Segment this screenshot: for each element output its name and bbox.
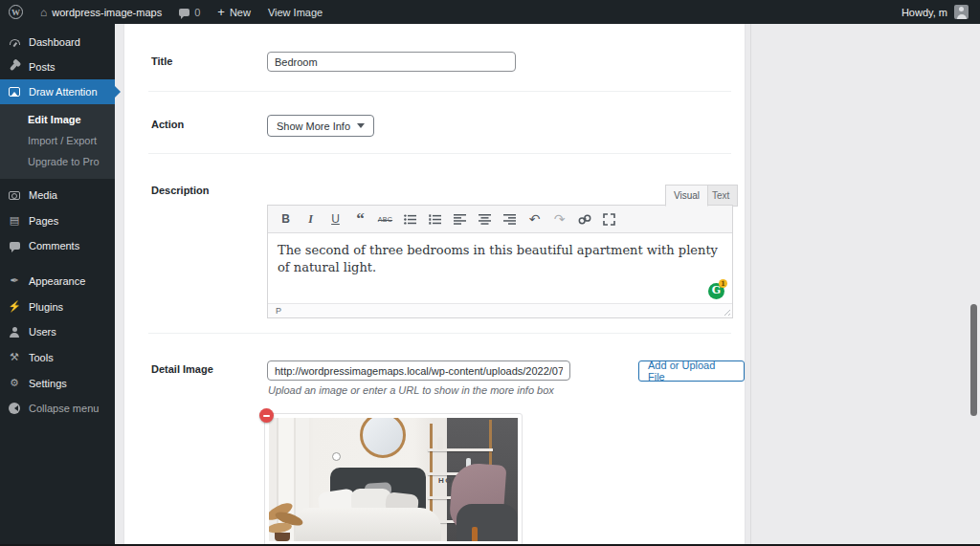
sidebar-item-comments[interactable]: Comments [0, 233, 115, 258]
submenu-item-edit-image[interactable]: Edit Image [0, 109, 115, 130]
photo-round-mirror [360, 418, 406, 458]
detail-image-helper-text: Upload an image or enter a URL to show i… [268, 384, 554, 396]
sidebar-item-label: Pages [29, 215, 58, 227]
tab-text[interactable]: Text [703, 185, 738, 207]
align-right-icon[interactable] [499, 209, 521, 229]
sidebar-item-label: Appearance [29, 275, 85, 287]
view-image-label: View Image [268, 7, 323, 18]
wordpress-logo-icon: W [9, 5, 23, 19]
sidebar-item-dashboard[interactable]: Dashboard [0, 30, 115, 55]
collapse-menu-button[interactable]: Collapse menu [0, 396, 115, 421]
comment-bubble-icon [179, 9, 189, 16]
action-field-label: Action [151, 119, 184, 130]
title-input[interactable] [267, 52, 516, 72]
account-menu[interactable]: Howdy, m [902, 5, 980, 19]
site-name-label: wordpress-image-maps [52, 7, 162, 18]
bedroom-photo-preview[interactable]: HOME [269, 418, 518, 541]
admin-sidebar: Dashboard Posts Draw Attention Edit Imag… [0, 24, 115, 546]
new-content-menu[interactable]: + New [209, 0, 259, 24]
align-center-icon[interactable] [474, 209, 496, 229]
user-avatar [954, 5, 969, 19]
grammarly-badge: 1 [719, 279, 727, 288]
description-text: The second of three bedrooms in this bea… [278, 243, 718, 274]
collapse-arrow-icon [8, 403, 21, 414]
underline-icon[interactable]: U [324, 209, 346, 229]
plug-icon: ⚡ [8, 300, 21, 313]
sidebar-item-tools[interactable]: ⚒ Tools [0, 344, 115, 370]
tools-icon: ⚒ [8, 351, 21, 363]
blockquote-icon[interactable]: “ [349, 209, 371, 229]
sidebar-item-draw-attention[interactable]: Draw Attention [0, 79, 115, 104]
sidebar-item-plugins[interactable]: ⚡ Plugins [0, 294, 115, 319]
howdy-label: Howdy, m [902, 7, 947, 18]
align-left-icon[interactable] [449, 209, 471, 229]
sidebar-item-label: Comments [29, 240, 79, 251]
view-image-link[interactable]: View Image [259, 0, 331, 24]
draw-attention-submenu: Edit Image Import / Export Upgrade to Pr… [0, 104, 115, 179]
sidebar-item-appearance[interactable]: ✒ Appearance [0, 268, 115, 294]
detail-image-url-input[interactable] [267, 360, 570, 381]
site-name-link[interactable]: ⌂ wordpress-image-maps [32, 0, 170, 24]
title-field-label: Title [151, 55, 172, 67]
photo-duvet [296, 508, 441, 541]
sidebar-item-label: Media [29, 189, 57, 201]
action-select[interactable]: Show More Info [267, 115, 374, 137]
comments-count: 0 [194, 7, 200, 18]
sidebar-item-label: Plugins [29, 301, 63, 313]
italic-icon[interactable]: I [300, 209, 322, 229]
description-field-label: Description [151, 185, 210, 196]
panel-edge-line [750, 24, 751, 546]
plus-icon: + [217, 6, 225, 18]
link-icon[interactable] [573, 209, 595, 229]
photo-plant-pot [275, 533, 290, 541]
sidebar-item-label: Dashboard [29, 36, 80, 48]
numbered-list-icon[interactable] [424, 209, 446, 229]
wordpress-logo-menu[interactable]: W [0, 0, 32, 24]
dashboard-gauge-icon [8, 39, 21, 46]
chevron-down-icon [357, 123, 365, 132]
sidebar-item-media[interactable]: Media [0, 183, 115, 207]
submenu-item-import-export[interactable]: Import / Export [0, 130, 115, 151]
sidebar-item-settings[interactable]: ⚙ Settings [0, 370, 115, 396]
photo-bottle [472, 527, 478, 541]
brush-icon: ✒ [8, 274, 21, 287]
editor-path-label: P [276, 306, 281, 316]
photo-vase [437, 437, 443, 449]
detail-image-preview-frame: HOME [264, 413, 523, 546]
sidebar-item-label: Settings [29, 378, 67, 389]
sidebar-item-users[interactable]: Users [0, 319, 115, 344]
grammarly-icon[interactable]: G 1 [708, 283, 724, 299]
comment-bubble-icon [8, 242, 21, 250]
remove-image-button[interactable] [259, 408, 274, 423]
description-editor: B I U “ ABC ↶ ↷ [267, 205, 733, 318]
vertical-scrollbar-thumb[interactable] [970, 304, 977, 416]
person-icon [8, 327, 21, 338]
editor-content-area[interactable]: The second of three bedrooms in this bea… [268, 233, 732, 303]
editor-resize-handle[interactable] [722, 307, 730, 316]
sidebar-item-label: Users [29, 326, 56, 338]
edit-image-form-panel: Title Action Show More Info Description … [123, 24, 746, 546]
bold-icon[interactable]: B [275, 209, 297, 229]
undo-icon[interactable]: ↶ [523, 209, 546, 229]
row-divider [148, 333, 731, 334]
admin-bar: W ⌂ wordpress-image-maps 0 + New View Im… [0, 0, 980, 24]
new-label: New [230, 7, 251, 18]
add-or-upload-file-button[interactable]: Add or Upload File [638, 360, 745, 382]
sidebar-item-label: Tools [29, 352, 54, 363]
image-icon [8, 87, 21, 97]
sidebar-item-label: Draw Attention [29, 86, 98, 98]
sidebar-item-posts[interactable]: Posts [0, 55, 115, 79]
redo-icon[interactable]: ↷ [548, 209, 570, 229]
strikethrough-icon[interactable]: ABC [374, 209, 396, 229]
comments-shortcut[interactable]: 0 [170, 0, 209, 24]
fullscreen-icon[interactable] [598, 209, 620, 229]
tab-visual[interactable]: Visual [665, 185, 708, 207]
home-icon: ⌂ [40, 7, 47, 18]
detail-image-field-label: Detail Image [151, 363, 213, 375]
pushpin-icon [8, 63, 21, 71]
sidebar-item-pages[interactable]: ▤ Pages [0, 207, 115, 233]
submenu-item-upgrade-to-pro[interactable]: Upgrade to Pro [0, 151, 115, 172]
row-divider [148, 91, 731, 92]
sidebar-item-label: Posts [29, 61, 56, 73]
bulleted-list-icon[interactable] [399, 209, 421, 229]
